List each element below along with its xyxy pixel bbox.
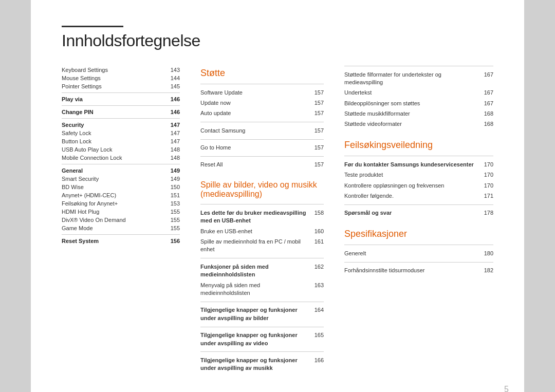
list-item: Støttede videoformater 168 bbox=[344, 119, 493, 129]
list-item: Software Update 157 bbox=[200, 87, 324, 98]
section-feilsoking: Feilsøkingsveiledning Før du kontakter S… bbox=[344, 140, 493, 218]
list-item: Security 147 bbox=[62, 118, 180, 129]
list-item: HDMI Hot Plug 155 bbox=[62, 208, 180, 216]
page-title: Innholdsfortegnelse bbox=[62, 31, 493, 50]
toc-section-keyboard: Keyboard Settings 143 Mouse Settings 144… bbox=[62, 66, 180, 90]
list-item: General 149 bbox=[62, 164, 180, 175]
section-heading-stoette: Støtte bbox=[200, 68, 324, 79]
list-item: Tilgjengelige knapper og funksjoner unde… bbox=[200, 355, 324, 374]
list-item: Tilgjengelige knapper og funksjoner unde… bbox=[200, 330, 324, 349]
list-item: Smart Security 149 bbox=[62, 175, 180, 183]
list-item: Før du kontakter Samsungs kundeservicese… bbox=[344, 159, 493, 170]
list-item: Change PIN 146 bbox=[62, 105, 180, 116]
list-item: Bildeopplösninger som støttes 167 bbox=[344, 98, 493, 108]
list-item: Kontroller følgende. 171 bbox=[344, 191, 493, 201]
section-heading-media: Spille av bilder, video og musikk (medie… bbox=[200, 180, 324, 199]
toc-section-general: Smart Security 149 BD Wise 150 Anynet+ (… bbox=[62, 175, 180, 232]
section-heading-spesifikasjoner: Spesifikasjoner bbox=[344, 229, 493, 239]
list-item: Update now 157 bbox=[200, 98, 324, 108]
list-item: Play via 146 bbox=[62, 92, 180, 103]
list-item: Bruke en USB-enhet 160 bbox=[200, 226, 324, 236]
list-item: Keyboard Settings 143 bbox=[62, 66, 180, 74]
section-filformater: Støttede filformater for undertekster og… bbox=[344, 66, 493, 129]
list-item: Undertekst 167 bbox=[344, 88, 493, 98]
list-item: Contact Samsung 157 bbox=[200, 125, 324, 136]
list-item: Game Mode 155 bbox=[62, 224, 180, 232]
list-item: Støttede musikkfilformater 168 bbox=[344, 109, 493, 119]
list-item: Go to Home 157 bbox=[200, 143, 324, 153]
list-item: Tilgjengelige knapper og funksjoner unde… bbox=[200, 305, 324, 324]
list-item: Button Lock 147 bbox=[62, 137, 180, 145]
content-columns: Keyboard Settings 143 Mouse Settings 144… bbox=[62, 66, 493, 384]
section-media: Spille av bilder, video og musikk (medie… bbox=[200, 180, 324, 374]
list-item: Pointer Settings 145 bbox=[62, 82, 180, 90]
section-divider bbox=[344, 245, 493, 245]
toc-section-security: Safety Lock 147 Button Lock 147 USB Auto… bbox=[62, 129, 180, 162]
list-item: Mobile Connection Lock 148 bbox=[62, 154, 180, 162]
section-spesifikasjoner: Spesifikasjoner Generelt 180 Forhåndsinn… bbox=[344, 229, 493, 276]
list-item: Feilsøking for Anynet+ 153 bbox=[62, 199, 180, 208]
page-number: 5 bbox=[504, 385, 509, 392]
list-item: Teste produktet 170 bbox=[344, 170, 493, 180]
list-item: Les dette før du bruker medieavspilling … bbox=[200, 208, 324, 226]
list-item: Funksjoner på siden med medieinnholdslis… bbox=[200, 262, 324, 280]
section-divider bbox=[200, 204, 324, 204]
col-left: Keyboard Settings 143 Mouse Settings 144… bbox=[62, 66, 195, 384]
list-item: Forhåndsinnstilte tidsurmoduser 182 bbox=[344, 266, 493, 276]
section-divider bbox=[200, 84, 324, 84]
list-item: Spørsmål og svar 178 bbox=[344, 208, 493, 218]
list-item: Støttede filformater for undertekster og… bbox=[344, 69, 493, 88]
list-item: Generelt 180 bbox=[344, 248, 493, 258]
list-item: Auto update 157 bbox=[200, 108, 324, 119]
section-divider bbox=[344, 66, 493, 66]
list-item: Mouse Settings 144 bbox=[62, 74, 180, 82]
list-item: Reset All 157 bbox=[200, 160, 324, 170]
list-item: Reset System 156 bbox=[62, 234, 180, 245]
list-item: Menyvalg på siden med medieinnholdsliste… bbox=[200, 280, 324, 298]
list-item: Kontrollere oppløsningen og frekvensen 1… bbox=[344, 180, 493, 191]
list-item: DivX® Video On Demand 155 bbox=[62, 216, 180, 224]
section-stoette: Støtte Software Update 157 Update now 15… bbox=[200, 68, 324, 170]
col-middle: Støtte Software Update 157 Update now 15… bbox=[195, 66, 339, 384]
list-item: Anynet+ (HDMI-CEC) 151 bbox=[62, 191, 180, 199]
page: Innholdsfortegnelse Keyboard Settings 14… bbox=[31, 0, 524, 392]
col-right: Støttede filformater for undertekster og… bbox=[339, 66, 493, 384]
list-item: BD Wise 150 bbox=[62, 183, 180, 191]
list-item: Safety Lock 147 bbox=[62, 129, 180, 137]
list-item: Spille av medieinnhold fra en PC / mobil… bbox=[200, 237, 324, 255]
title-bar: Innholdsfortegnelse bbox=[62, 26, 493, 50]
section-heading-feilsoking: Feilsøkingsveiledning bbox=[344, 140, 493, 151]
section-divider bbox=[344, 156, 493, 156]
title-rule bbox=[62, 26, 123, 27]
list-item: USB Auto Play Lock 148 bbox=[62, 145, 180, 154]
